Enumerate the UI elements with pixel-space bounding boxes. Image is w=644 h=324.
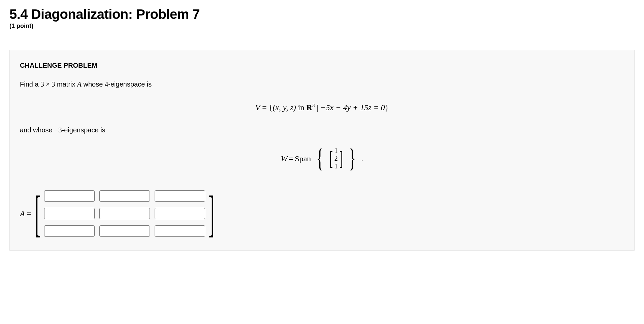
text: whose (82, 80, 105, 88)
eqV-exp: 3 (312, 102, 315, 108)
problem-line-2: and whose −3-eigenspace is (20, 125, 624, 136)
matrix-symbol: A (77, 80, 82, 88)
problem-line-1: Find a 3 × 3 matrix A whose 4-eigenspace… (20, 79, 624, 90)
eqV-bar: | (315, 103, 321, 112)
eqV-eq: = (260, 103, 269, 112)
eqV-close: } (385, 103, 389, 112)
page-title: 5.4 Diagonalization: Problem 7 (9, 7, 635, 22)
vector-bracket: [ 1 2 1 ] (328, 147, 345, 170)
equation-v: V = {(x, y, z) in R3 | −5x − 4y + 15z = … (20, 101, 624, 114)
matrix-input-22[interactable] (99, 208, 150, 219)
eqW-lhs: W (281, 153, 288, 165)
eigenvalue-2: −3 (54, 126, 62, 134)
bracket-left: [ (35, 193, 40, 234)
eqW-period: . (361, 153, 363, 165)
vec-entry-0: 1 (334, 147, 338, 155)
matrix-input-13[interactable] (155, 190, 205, 202)
points-label: (1 point) (9, 23, 635, 30)
matrix-input-31[interactable] (44, 225, 95, 237)
eqV-open: { (269, 103, 273, 112)
text: and whose (20, 126, 54, 134)
eqW-eq: = (289, 153, 294, 165)
matrix-answer-area: A= [ ] (20, 190, 624, 237)
sq-left: [ (329, 150, 333, 167)
matrix-input-23[interactable] (155, 208, 205, 219)
matrix-input-12[interactable] (99, 190, 150, 202)
matrix-input-32[interactable] (99, 225, 150, 237)
vector-column: 1 2 1 (334, 147, 338, 170)
matrix-input-33[interactable] (155, 225, 205, 237)
eqV-expr: −5x − 4y + 15z = 0 (320, 103, 385, 112)
eqV-tuple: (x, y, z) (272, 103, 296, 112)
equals: = (27, 209, 32, 218)
matrix-lhs: A= (20, 207, 31, 220)
dim-text: 3 × 3 (40, 80, 55, 88)
equation-w: W = Span { [ 1 2 1 ] } (20, 147, 624, 170)
eqV-R: R (306, 103, 312, 112)
matrix-grid (44, 190, 205, 237)
eqW-span: Span (295, 153, 311, 165)
brace-right: } (349, 148, 356, 169)
matrix-input-21[interactable] (44, 208, 95, 219)
text: -eigenspace is (108, 80, 152, 88)
bracket-right: ] (208, 193, 214, 234)
eigenvalue-1: 4 (105, 80, 108, 88)
vec-entry-2: 1 (334, 162, 338, 170)
challenge-label: CHALLENGE PROBLEM (20, 60, 624, 70)
matrix-input-11[interactable] (44, 190, 95, 202)
text: Find a (20, 80, 40, 88)
brace-left: { (317, 148, 324, 169)
span-set: { [ 1 2 1 ] } (312, 147, 360, 170)
sq-right: ] (340, 150, 343, 167)
eqV-in: in (296, 103, 307, 112)
text: -eigenspace is (62, 126, 105, 134)
problem-box: CHALLENGE PROBLEM Find a 3 × 3 matrix A … (9, 50, 635, 251)
eqV-lhs: V (255, 103, 260, 112)
matrix-symbol: A (20, 209, 25, 218)
text: matrix (55, 80, 77, 88)
vec-entry-1: 2 (334, 155, 338, 162)
